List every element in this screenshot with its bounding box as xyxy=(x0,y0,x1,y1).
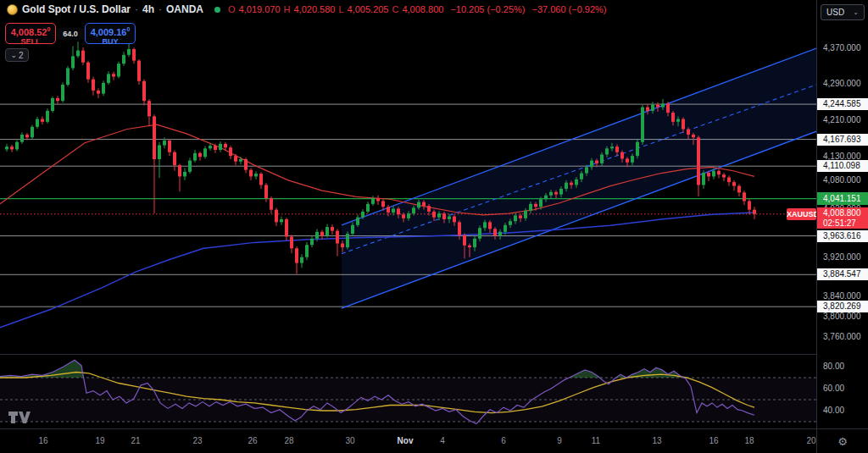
time-axis[interactable]: ⚙ 16192123262830Nov4691113161820 xyxy=(0,428,868,453)
candle-body xyxy=(427,206,431,212)
candle-body xyxy=(300,257,303,263)
candle-body xyxy=(524,211,527,218)
low-label: L xyxy=(338,4,343,14)
candle-body xyxy=(402,214,405,218)
candle-body xyxy=(692,135,695,137)
low-value: 4,005.205 xyxy=(348,4,389,14)
candle-body xyxy=(295,248,298,262)
symbol-title[interactable]: Gold Spot / U.S. Dollar xyxy=(22,3,131,15)
green-level-axis-label: 4,041.151 xyxy=(817,192,868,205)
candle-body xyxy=(448,217,451,219)
sell-price-sup: 0 xyxy=(47,26,50,32)
indicator-tick-label: 40.00 xyxy=(823,406,844,416)
candle-body xyxy=(290,236,293,248)
candle-body xyxy=(595,161,598,163)
candle-body xyxy=(56,98,59,101)
last-price-axis-label: 4,008.800 02:51:27 xyxy=(817,207,868,229)
candle-body xyxy=(407,213,410,218)
chevron-down-icon: ⌄ xyxy=(10,52,17,58)
candle-body xyxy=(712,171,715,177)
candle-body xyxy=(702,173,705,185)
change-value: −10.205 (−0.25%) xyxy=(450,4,525,14)
candle-body xyxy=(743,192,746,201)
candle-body xyxy=(381,201,385,207)
collapse-indicators-button[interactable]: ⌄ 2 xyxy=(5,48,29,62)
candle-body xyxy=(478,228,481,239)
buy-label: BUY xyxy=(86,38,135,46)
gear-icon[interactable]: ⚙ xyxy=(837,435,848,448)
candle-body xyxy=(102,83,105,94)
price-axis[interactable]: USD ⌄ 4,041.151 4,008.800 02:51:27 4,370… xyxy=(816,0,868,428)
indicator-tick-label: 80.00 xyxy=(823,362,844,372)
candle-body xyxy=(580,174,583,180)
currency-toggle-button[interactable]: USD ⌄ xyxy=(821,4,865,20)
candle-body xyxy=(20,135,24,142)
pane-separator[interactable] xyxy=(0,354,868,355)
candle-body xyxy=(158,146,161,159)
candle-body xyxy=(219,144,222,150)
candle-body xyxy=(270,198,273,210)
candle-body xyxy=(229,147,232,156)
time-tick-label: Nov xyxy=(392,436,418,445)
candle-body xyxy=(432,212,436,218)
candle-body xyxy=(509,221,512,225)
candle-body xyxy=(81,51,85,63)
candle-body xyxy=(437,213,441,218)
change-value-2: −37.060 (−0.92%) xyxy=(531,4,606,14)
candle-body xyxy=(86,63,90,80)
candle-body xyxy=(656,104,659,107)
candle-body xyxy=(163,141,166,145)
candle-body xyxy=(504,225,507,232)
candle-body xyxy=(417,202,420,208)
candle-body xyxy=(682,119,685,130)
candle-body xyxy=(259,174,263,185)
symbol-info-bar: Gold Spot / U.S. Dollar · 4h · OANDA O4,… xyxy=(7,0,607,19)
candle-body xyxy=(559,189,563,195)
candle-body xyxy=(463,235,466,246)
tradingview-logo[interactable] xyxy=(8,411,31,424)
time-tick-label: 21 xyxy=(123,436,148,445)
candle-body xyxy=(188,161,192,172)
candle-body xyxy=(234,156,237,162)
candle-body xyxy=(132,49,136,61)
candle-body xyxy=(636,142,639,156)
candle-body xyxy=(264,185,268,198)
time-tick-label: 9 xyxy=(547,436,572,445)
candle-body xyxy=(198,153,202,157)
exchange-label: OANDA xyxy=(166,3,203,15)
candle-body xyxy=(173,152,176,165)
market-open-dot-icon xyxy=(214,7,220,13)
trade-buttons-panel: 4,008.520 SELL 64.0 4,009.160 BUY xyxy=(5,23,136,44)
sell-button[interactable]: 4,008.520 SELL xyxy=(5,23,56,44)
axis-settings-cell[interactable]: ⚙ xyxy=(816,429,868,453)
candle-body xyxy=(320,232,324,236)
candle-body xyxy=(697,137,700,185)
indicator-tick-label: 60.00 xyxy=(823,384,844,394)
candle-body xyxy=(727,178,731,183)
chevron-down-icon: ⌄ xyxy=(853,8,859,16)
candle-body xyxy=(346,234,349,247)
candle-body xyxy=(361,212,364,218)
buy-button[interactable]: 4,009.160 BUY xyxy=(85,23,136,44)
candle-body xyxy=(239,159,242,162)
candle-body xyxy=(153,116,156,159)
candle-body xyxy=(387,207,390,213)
sell-price: 4,008.52 xyxy=(11,27,47,37)
candle-body xyxy=(326,227,329,235)
candle-body xyxy=(666,103,670,113)
candle-body xyxy=(453,217,456,223)
price-tick-label: 3,800.000 xyxy=(823,312,861,322)
candle-body xyxy=(203,148,207,157)
candle-body xyxy=(717,171,721,174)
interval-label[interactable]: 4h xyxy=(142,3,154,15)
candle-body xyxy=(366,204,370,212)
separator-dot: · xyxy=(135,3,138,15)
time-tick-label: 30 xyxy=(337,436,363,445)
separator-dot: · xyxy=(159,3,162,15)
time-tick-label: 28 xyxy=(276,436,302,445)
spread-value: 64.0 xyxy=(56,28,85,40)
time-tick-label: 11 xyxy=(583,436,609,445)
price-tick-label: 3,760.000 xyxy=(823,332,861,342)
chart-canvas[interactable] xyxy=(0,0,816,453)
candle-body xyxy=(605,148,609,154)
